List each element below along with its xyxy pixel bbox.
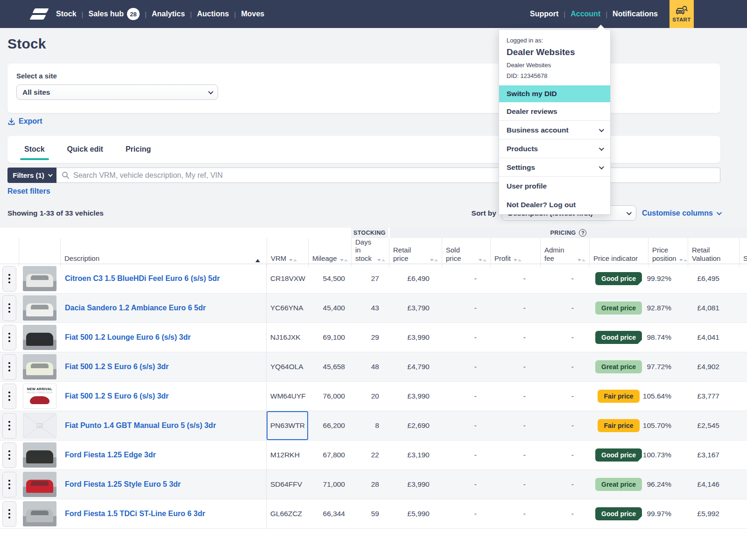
site-select[interactable]: All sites (16, 84, 218, 100)
row-actions-kebab-button[interactable] (2, 472, 16, 497)
profit-value: - (490, 382, 540, 411)
start-button[interactable]: START (669, 0, 694, 28)
menu-item-settings[interactable]: Settings (499, 158, 610, 177)
column-header-price-indicator[interactable]: Price indicator (589, 238, 648, 267)
nav-item-notifications[interactable]: Notifications (613, 10, 658, 18)
menu-item-dealer-reviews[interactable]: Dealer reviews (499, 102, 610, 121)
row-actions-kebab-button[interactable] (2, 325, 16, 350)
menu-item-user-profile[interactable]: User profile (499, 177, 610, 196)
nav-item-stock[interactable]: Stock (56, 10, 77, 18)
column-header-vrm[interactable]: VRM (267, 238, 308, 267)
autotrader-logo-icon[interactable] (31, 8, 48, 20)
nav-primary: Stock | Sales hub28 | Analytics | Auctio… (56, 8, 264, 20)
vehicle-description-link[interactable]: Dacia Sandero 1.2 Ambiance Euro 6 5dr (65, 303, 206, 312)
retail-price-value: £3,990 (389, 382, 442, 411)
menu-item-products[interactable]: Products (499, 140, 610, 158)
admin-fee-value: - (540, 499, 589, 528)
vehicle-thumbnail[interactable] (23, 325, 56, 350)
vehicle-description-link[interactable]: Fiat 500 1.2 Lounge Euro 6 (s/s) 3dr (65, 333, 190, 342)
mileage-value: 67,800 (308, 441, 351, 469)
column-header-admin-fee[interactable]: Admin fee (540, 238, 589, 267)
vehicle-description-link[interactable]: Fiat 500 1.2 S Euro 6 (s/s) 3dr (65, 392, 169, 400)
column-header-profit[interactable]: Profit (490, 238, 540, 267)
chevron-down-icon (627, 210, 632, 215)
row-actions-kebab-button[interactable] (2, 442, 16, 468)
vehicle-thumbnail[interactable] (23, 295, 56, 321)
account-info: Logged in as: Dealer Websites Dealer Web… (499, 30, 610, 85)
nav-item-support[interactable]: Support (530, 10, 558, 18)
column-header-days-in-stock[interactable]: Days in stock (351, 238, 389, 267)
vrm-cell[interactable]: NJ16JXK (267, 323, 308, 352)
vehicle-thumbnail[interactable] (23, 266, 56, 291)
column-header-retail-valuation[interactable]: Retail Valuation (688, 238, 739, 267)
reset-filters-link[interactable]: Reset filters (7, 187, 50, 196)
price-indicator-badge: Good price (595, 507, 642, 520)
account-did: DID: 12345678 (507, 72, 603, 79)
vrm-cell[interactable]: M12RKH (267, 441, 308, 469)
customise-columns-link[interactable]: Customise columns (642, 209, 720, 217)
vrm-cell[interactable]: CR18VXW (267, 264, 308, 293)
nav-item-auctions[interactable]: Auctions (197, 10, 229, 18)
tab-pricing[interactable]: Pricing (121, 136, 155, 163)
column-header-sold-price[interactable]: Sold price (442, 238, 490, 267)
menu-item-business-account[interactable]: Business account (499, 121, 610, 140)
vehicle-thumbnail[interactable]: NEW ARRIVALIMAGES COMING SOON (23, 384, 56, 409)
vrm-cell[interactable]: YQ64OLA (267, 352, 308, 381)
nav-item-analytics[interactable]: Analytics (152, 10, 185, 18)
vehicle-thumbnail[interactable] (23, 413, 56, 438)
row-actions-kebab-button[interactable] (2, 501, 16, 527)
row-actions-kebab-button[interactable] (2, 354, 16, 380)
search-input[interactable] (73, 171, 715, 180)
row-actions-kebab-button[interactable] (2, 266, 16, 292)
row-actions-kebab-button[interactable] (2, 295, 16, 321)
nav-separator: | (145, 10, 147, 18)
pricing-help-icon[interactable]: ? (579, 229, 586, 237)
nav-item-moves[interactable]: Moves (241, 10, 264, 18)
vehicle-description-link[interactable]: Fiat 500 1.2 S Euro 6 (s/s) 3dr (65, 362, 169, 371)
retail-price-value: £3,990 (389, 323, 442, 352)
price-indicator-badge: Good price (595, 331, 642, 344)
nav-item-sales-hub[interactable]: Sales hub28 (88, 8, 140, 20)
profit-value: - (490, 499, 540, 528)
search-icon (62, 171, 70, 179)
days-in-stock-value: 8 (351, 411, 389, 440)
vehicle-description-link[interactable]: Ford Fiesta 1.25 Edge 3dr (65, 450, 156, 459)
profit-value: - (490, 294, 540, 322)
tab-quick-edit[interactable]: Quick edit (63, 136, 107, 163)
vehicle-description-link[interactable]: Ford Fiesta 1.25 Style Euro 5 3dr (65, 480, 181, 489)
menu-item-log-out[interactable]: Not Dealer? Log out (499, 196, 610, 214)
sold-price-value: - (442, 323, 490, 352)
row-actions-kebab-button[interactable] (2, 384, 16, 409)
vehicle-thumbnail[interactable] (23, 501, 56, 526)
vrm-cell[interactable]: SD64FFV (267, 470, 308, 499)
vehicle-thumbnail[interactable] (23, 472, 56, 497)
export-link[interactable]: Export (7, 117, 42, 126)
filters-button[interactable]: Filters (1) (7, 168, 56, 183)
column-group-stocking: STOCKING (351, 228, 388, 238)
stock-table: STOCKING PRICING ? Description VRM Milea… (0, 228, 747, 560)
results-count: Showing 1-33 of 33 vehicles (7, 209, 104, 217)
column-header-truncated[interactable]: S (739, 238, 747, 267)
nav-separator: | (234, 10, 236, 18)
profit-value: - (490, 441, 540, 469)
vehicle-description-link[interactable]: Ford Fiesta 1.5 TDCi ST-Line Euro 6 3dr (65, 509, 205, 518)
vehicle-thumbnail[interactable] (23, 442, 56, 468)
tab-stock[interactable]: Stock (20, 136, 49, 163)
row-actions-kebab-button[interactable] (2, 413, 16, 439)
vrm-cell[interactable]: GL66ZCZ (267, 499, 308, 528)
profit-value: - (490, 470, 540, 499)
column-header-retail-price[interactable]: Retail price (389, 238, 442, 267)
menu-item-switch-my-did[interactable]: Switch my DID (499, 85, 610, 102)
vehicle-thumbnail[interactable] (23, 354, 56, 379)
sort-icons (578, 259, 585, 262)
vrm-cell[interactable]: PN63WTR (267, 411, 308, 440)
vrm-cell[interactable]: WM64UYF (267, 382, 308, 411)
vrm-cell[interactable]: YC66YNA (267, 294, 308, 322)
vehicle-description-link[interactable]: Citroen C3 1.5 BlueHDi Feel Euro 6 (s/s)… (65, 274, 220, 283)
column-header-description[interactable]: Description (60, 238, 267, 267)
column-header-price-position[interactable]: Price position (648, 238, 688, 267)
column-header-mileage[interactable]: Mileage (308, 238, 351, 267)
price-position-value: 99.92% (648, 264, 688, 293)
nav-item-account[interactable]: Account (571, 10, 600, 18)
vehicle-description-link[interactable]: Fiat Punto 1.4 GBT Manual Euro 5 (s/s) 3… (65, 421, 216, 430)
